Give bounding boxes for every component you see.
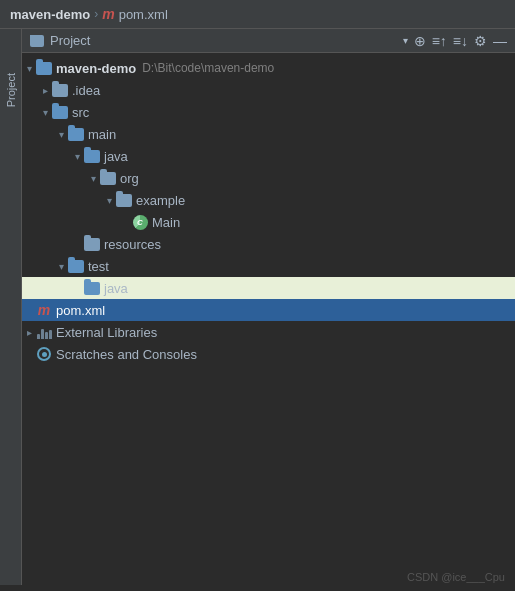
settings-button[interactable]: ⚙ — [474, 34, 487, 48]
folder-icon — [100, 170, 116, 186]
item-label: java — [104, 281, 128, 296]
file-name[interactable]: pom.xml — [119, 7, 168, 22]
maven-icon: m — [36, 302, 52, 318]
item-label: .idea — [72, 83, 100, 98]
blue-folder-icon — [36, 60, 52, 76]
ext-lib-icon — [36, 324, 52, 340]
panel-dropdown-arrow[interactable]: ▾ — [403, 35, 408, 46]
close-button[interactable]: — — [493, 34, 507, 48]
tree-arrow: ▸ — [38, 85, 52, 96]
folder-icon — [84, 236, 100, 252]
tree-arrow: ▾ — [86, 173, 100, 184]
scroll-up-button[interactable]: ≡↑ — [432, 34, 447, 48]
item-label: src — [72, 105, 89, 120]
tree-item-main[interactable]: ▾ main — [22, 123, 515, 145]
item-label: test — [88, 259, 109, 274]
project-panel: Project ▾ ⊕ ≡↑ ≡↓ ⚙ — ▾ maven-demoD:\Bit… — [22, 29, 515, 585]
title-bar: maven-demo › m pom.xml — [0, 0, 515, 29]
tree-arrow: ▸ — [22, 327, 36, 338]
tree-item-scratches[interactable]: Scratches and Consoles — [22, 343, 515, 365]
tree-item-Main[interactable]: C Main — [22, 211, 515, 233]
blue-folder-icon — [84, 280, 100, 296]
tree-item-test-java[interactable]: java — [22, 277, 515, 299]
tree-arrow: ▾ — [70, 151, 84, 162]
project-breadcrumb[interactable]: maven-demo — [10, 7, 90, 22]
panel-title: Project — [50, 33, 397, 48]
item-path: D:\Bit\code\maven-demo — [142, 61, 274, 75]
tree-arrow: ▾ — [22, 63, 36, 74]
item-label: maven-demo — [56, 61, 136, 76]
item-label: resources — [104, 237, 161, 252]
project-folder-icon — [30, 35, 44, 47]
blue-folder-icon — [68, 126, 84, 142]
tree-arrow: ▾ — [102, 195, 116, 206]
item-label: example — [136, 193, 185, 208]
tree-item-java[interactable]: ▾ java — [22, 145, 515, 167]
tree-item-example[interactable]: ▾ example — [22, 189, 515, 211]
folder-icon — [52, 82, 68, 98]
panel-header: Project ▾ ⊕ ≡↑ ≡↓ ⚙ — — [22, 29, 515, 53]
item-label: Scratches and Consoles — [56, 347, 197, 362]
item-label: main — [88, 127, 116, 142]
tree-item-src[interactable]: ▾ src — [22, 101, 515, 123]
folder-icon — [116, 192, 132, 208]
blue-folder-icon — [68, 258, 84, 274]
locate-button[interactable]: ⊕ — [414, 34, 426, 48]
file-icon: m — [102, 6, 114, 22]
watermark: CSDN @ice___Cpu — [407, 571, 505, 583]
item-label: java — [104, 149, 128, 164]
tree-item-org[interactable]: ▾ org — [22, 167, 515, 189]
tree-item-external-libs[interactable]: ▸ External Libraries — [22, 321, 515, 343]
tree-item-maven-demo-root[interactable]: ▾ maven-demoD:\Bit\code\maven-demo — [22, 57, 515, 79]
scroll-down-button[interactable]: ≡↓ — [453, 34, 468, 48]
tree-item-idea[interactable]: ▸ .idea — [22, 79, 515, 101]
project-tree: ▾ maven-demoD:\Bit\code\maven-demo▸ .ide… — [22, 53, 515, 585]
item-label: pom.xml — [56, 303, 105, 318]
tree-item-test[interactable]: ▾ test — [22, 255, 515, 277]
tree-item-pom-xml[interactable]: m pom.xml — [22, 299, 515, 321]
item-label: Main — [152, 215, 180, 230]
item-label: org — [120, 171, 139, 186]
java-class-icon: C — [132, 214, 148, 230]
tree-arrow: ▾ — [54, 129, 68, 140]
breadcrumb-separator: › — [94, 7, 98, 21]
tree-arrow: ▾ — [38, 107, 52, 118]
blue-folder-icon — [52, 104, 68, 120]
panel-header-actions: ⊕ ≡↑ ≡↓ ⚙ — — [414, 34, 507, 48]
item-label: External Libraries — [56, 325, 157, 340]
side-tab[interactable]: Project — [0, 29, 22, 585]
tree-arrow: ▾ — [54, 261, 68, 272]
scratch-icon — [36, 346, 52, 362]
side-tab-label[interactable]: Project — [3, 69, 19, 111]
blue-folder-icon — [84, 148, 100, 164]
main-area: Project Project ▾ ⊕ ≡↑ ≡↓ ⚙ — ▾ maven-de… — [0, 29, 515, 585]
tree-item-resources[interactable]: resources — [22, 233, 515, 255]
